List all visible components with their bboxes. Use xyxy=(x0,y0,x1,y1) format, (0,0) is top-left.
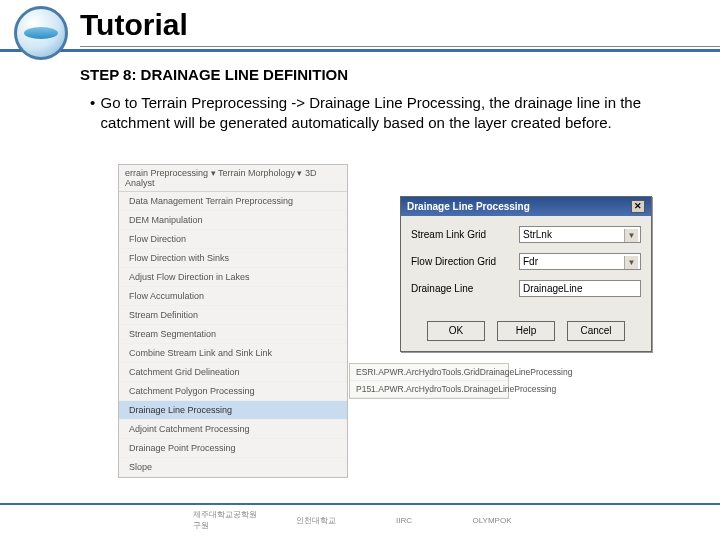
menu-item[interactable]: Catchment Polygon Processing xyxy=(119,382,347,401)
dialog-titlebar: Drainage Line Processing ✕ xyxy=(401,197,651,216)
footer: 제주대학교공학원구원 인천대학교 IIRC OLYMPOK xyxy=(0,503,720,530)
field-label: Stream Link Grid xyxy=(411,229,519,240)
drainage-dialog: Drainage Line Processing ✕ Stream Link G… xyxy=(400,196,652,352)
step-heading: STEP 8: DRAINAGE LINE DEFINITION xyxy=(0,52,720,93)
flow-direction-select[interactable]: Fdr xyxy=(519,253,641,270)
close-icon[interactable]: ✕ xyxy=(631,200,645,213)
footer-badge: 인천대학교 xyxy=(281,510,351,530)
menu-item[interactable]: Stream Definition xyxy=(119,306,347,325)
field-label: Flow Direction Grid xyxy=(411,256,519,267)
field-label: Drainage Line xyxy=(411,283,519,294)
terrain-menu: errain Preprocessing ▾ Terrain Morpholog… xyxy=(118,164,348,478)
menu-item[interactable]: Slope xyxy=(119,458,347,477)
menu-flyout: ESRI.APWR.ArcHydroTools.GridDrainageLine… xyxy=(349,363,509,399)
menu-item[interactable]: Flow Direction xyxy=(119,230,347,249)
page-title: Tutorial xyxy=(80,8,720,42)
bullet-item: • Go to Terrain Preprocessing -> Drainag… xyxy=(0,93,720,134)
stream-link-select[interactable]: StrLnk xyxy=(519,226,641,243)
brand-logo xyxy=(14,6,68,60)
footer-badge: 제주대학교공학원구원 xyxy=(193,510,263,530)
footer-badge: OLYMPOK xyxy=(457,510,527,530)
menu-item[interactable]: Flow Direction with Sinks xyxy=(119,249,347,268)
menu-item[interactable]: Drainage Point Processing xyxy=(119,439,347,458)
bullet-marker: • xyxy=(90,93,101,134)
menu-toolbar: errain Preprocessing ▾ Terrain Morpholog… xyxy=(119,165,347,192)
flyout-item[interactable]: ESRI.APWR.ArcHydroTools.GridDrainageLine… xyxy=(350,364,508,381)
menu-item[interactable]: DEM Manipulation xyxy=(119,211,347,230)
footer-badge: IIRC xyxy=(369,510,439,530)
flyout-item[interactable]: P151.APWR.ArcHydroTools.DrainageLineProc… xyxy=(350,381,508,398)
menu-item[interactable]: Adjust Flow Direction in Lakes xyxy=(119,268,347,287)
dialog-title-text: Drainage Line Processing xyxy=(407,201,530,212)
menu-item[interactable]: Data Management Terrain Preprocessing xyxy=(119,192,347,211)
menu-item[interactable]: Stream Segmentation xyxy=(119,325,347,344)
help-button[interactable]: Help xyxy=(497,321,555,341)
menu-item[interactable]: Flow Accumulation xyxy=(119,287,347,306)
menu-item[interactable]: Combine Stream Link and Sink Link xyxy=(119,344,347,363)
drainage-line-output[interactable]: DrainageLine xyxy=(519,280,641,297)
menu-item[interactable]: Adjoint Catchment Processing xyxy=(119,420,347,439)
menu-item[interactable]: Drainage Line Processing xyxy=(119,401,347,420)
bullet-text: Go to Terrain Preprocessing -> Drainage … xyxy=(101,93,660,134)
menu-item[interactable]: Catchment Grid Delineation xyxy=(119,363,347,382)
ok-button[interactable]: OK xyxy=(427,321,485,341)
cancel-button[interactable]: Cancel xyxy=(567,321,625,341)
